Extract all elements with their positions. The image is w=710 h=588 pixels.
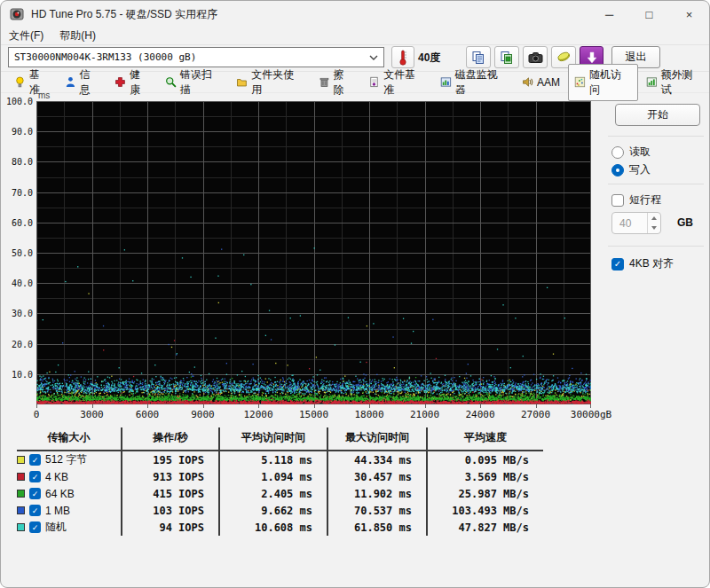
transfer-size-label: 1 MB	[45, 505, 70, 517]
gb-unit-label: GB	[677, 216, 693, 229]
align-checkbox[interactable]: ✓	[611, 258, 624, 270]
speaker-icon	[522, 76, 533, 88]
col-header-max-access: 最大访问时间	[327, 427, 426, 451]
y-tick-label: 80.0	[4, 157, 33, 167]
menu-file[interactable]: 文件(F)	[1, 27, 51, 45]
col-header-transfer-size: 传输大小	[17, 427, 121, 451]
tab-file-benchmark[interactable]: 文件基准	[362, 64, 431, 101]
cell-max: 11.902 ms	[327, 485, 426, 502]
window-title: HD Tune Pro 5.75 - 硬盘/SSD 实用程序	[31, 7, 217, 22]
series-checkbox[interactable]: ✓	[29, 471, 41, 482]
cell-avg: 5.118 ms	[218, 451, 327, 468]
scatter-plot-canvas	[36, 101, 591, 404]
x-tick-label: 9000	[175, 409, 232, 420]
y-tick-label: 40.0	[4, 278, 33, 288]
separator	[608, 246, 704, 247]
tab-disk-monitor[interactable]: 磁盘监视器	[434, 64, 514, 101]
tab-label: 随机访问	[589, 67, 632, 98]
col-header-avg-speed: 平均速度	[426, 427, 543, 451]
short-stroke-size-value: 40	[612, 213, 647, 233]
align-label: 4KB 对齐	[629, 256, 674, 271]
tab-erase[interactable]: 擦除	[312, 64, 361, 101]
y-tick-label: 50.0	[4, 248, 33, 258]
cell-avg: 1.094 ms	[218, 468, 327, 485]
short-stroke-option[interactable]: 短行程	[611, 192, 661, 208]
x-tick-mark	[536, 404, 537, 408]
align-option[interactable]: ✓ 4KB 对齐	[611, 256, 674, 271]
magnifier-icon	[165, 76, 177, 88]
cell-avg: 10.608 ms	[218, 519, 327, 536]
read-option[interactable]: 读取	[611, 145, 651, 160]
series-checkbox[interactable]: ✓	[29, 521, 41, 533]
health-cross-icon	[114, 76, 126, 88]
cell-max: 44.334 ms	[327, 451, 426, 468]
row-1mb-label: ✓ 1 MB	[17, 502, 121, 519]
series-checkbox[interactable]: ✓	[29, 488, 41, 499]
tab-health[interactable]: 健康	[108, 64, 157, 101]
transfer-size-label: 64 KB	[45, 488, 75, 500]
separator	[608, 136, 704, 137]
x-tick-mark	[92, 404, 93, 408]
read-radio[interactable]	[611, 146, 624, 159]
x-tick-mark	[369, 404, 370, 408]
x-tick-label: 21000	[397, 409, 454, 420]
tab-random-access[interactable]: 随机访问	[568, 64, 637, 101]
lightbulb-icon	[14, 76, 26, 88]
person-icon	[65, 76, 76, 88]
x-tick-mark	[425, 404, 426, 408]
cell-speed: 25.987 MB/s	[426, 485, 543, 502]
transfer-size-label: 4 KB	[45, 471, 68, 483]
write-option[interactable]: 写入	[611, 162, 651, 177]
series-color-swatch	[17, 473, 25, 481]
minimize-button[interactable]: ─	[589, 1, 629, 27]
short-stroke-size-spinner[interactable]: 40	[611, 212, 661, 234]
spinner-arrows	[647, 213, 660, 233]
x-tick-label: 27000	[508, 409, 564, 420]
hd-tune-window: HD Tune Pro 5.75 - 硬盘/SSD 实用程序 ─ □ × 文件(…	[0, 0, 710, 588]
spinner-up-button[interactable]	[648, 213, 660, 223]
x-tick-label: 18000	[341, 409, 398, 420]
up-arrow-icon	[651, 216, 657, 220]
cell-iops: 415 IOPS	[121, 485, 218, 502]
x-tick-label: 3000	[64, 409, 121, 420]
x-tick-mark	[590, 404, 591, 408]
x-tick-label: 30000gB	[563, 409, 619, 420]
tab-label: 文件基准	[383, 67, 426, 98]
transfer-size-label: 512 字节	[45, 452, 87, 467]
disk-monitor-icon	[440, 76, 452, 88]
tab-aam[interactable]: AAM	[516, 73, 566, 92]
cell-iops: 195 IOPS	[121, 451, 218, 468]
thermometer-icon	[398, 50, 407, 66]
close-button[interactable]: ×	[669, 1, 709, 27]
y-tick-label: 100.0	[4, 97, 33, 106]
row-512b-label: ✓ 512 字节	[17, 451, 121, 468]
tab-label: 信息	[80, 67, 101, 98]
short-stroke-checkbox[interactable]	[611, 194, 624, 207]
y-axis-unit: ms	[38, 90, 50, 100]
series-color-swatch	[17, 523, 25, 531]
cell-speed: 47.827 MB/s	[426, 519, 543, 536]
copy-text-icon	[471, 51, 485, 65]
screenshot-button[interactable]	[523, 46, 548, 68]
tab-extra-tests[interactable]: 额外测试	[640, 64, 709, 101]
tab-label: 擦除	[334, 67, 355, 98]
cell-avg: 2.405 ms	[218, 485, 327, 502]
y-tick-label: 10.0	[4, 370, 33, 380]
tab-info[interactable]: 信息	[59, 64, 107, 101]
cell-speed: 103.493 MB/s	[426, 502, 543, 519]
col-header-iops: 操作/秒	[121, 427, 218, 451]
cell-iops: 103 IOPS	[121, 502, 218, 519]
tab-label: 额外测试	[660, 67, 703, 98]
spinner-down-button[interactable]	[648, 223, 660, 234]
tab-folder-usage[interactable]: 文件夹使用	[230, 64, 310, 101]
maximize-button[interactable]: □	[629, 1, 669, 27]
series-checkbox[interactable]: ✓	[29, 454, 41, 466]
tab-error-scan[interactable]: 错误扫描	[159, 64, 228, 101]
series-checkbox[interactable]: ✓	[29, 505, 41, 516]
y-tick-label: 70.0	[4, 188, 33, 198]
random-access-icon	[574, 76, 586, 88]
x-tick-mark	[36, 404, 37, 408]
write-radio[interactable]	[611, 164, 624, 176]
menu-help[interactable]: 帮助(H)	[51, 27, 104, 45]
start-button[interactable]: 开始	[615, 104, 700, 126]
